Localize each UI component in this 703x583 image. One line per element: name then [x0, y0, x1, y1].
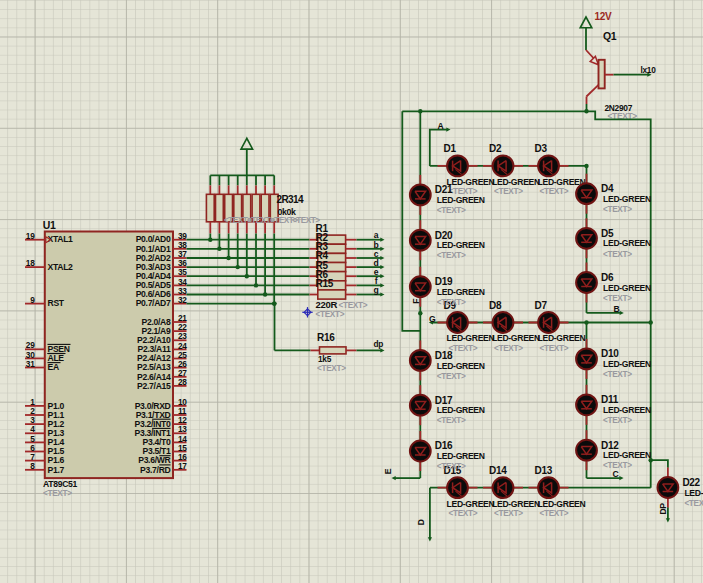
svg-text:DP: DP [658, 503, 668, 515]
svg-text:A: A [438, 121, 444, 131]
svg-text:D22: D22 [682, 477, 700, 488]
svg-text:D1: D1 [444, 143, 457, 154]
svg-text:R15: R15 [316, 278, 334, 289]
svg-text:31: 31 [26, 359, 35, 369]
svg-text:8: 8 [30, 461, 35, 471]
svg-text:<TEXT>: <TEXT> [449, 344, 478, 353]
svg-text:lx10: lx10 [641, 65, 657, 75]
svg-text:32: 32 [178, 295, 187, 305]
svg-text:19: 19 [26, 231, 35, 241]
svg-text:<TEXT>: <TEXT> [540, 509, 569, 518]
svg-text:D14: D14 [489, 465, 507, 476]
svg-text:LED-GREEN: LED-GREEN [538, 177, 586, 187]
svg-text:<TEXT>: <TEXT> [684, 499, 703, 508]
svg-text:<TEXT>: <TEXT> [43, 489, 72, 498]
svg-text:D17: D17 [435, 395, 453, 406]
svg-text:LED-GREEN: LED-GREEN [437, 451, 485, 461]
svg-text:XTAL2: XTAL2 [48, 262, 74, 272]
svg-text:<TEXT>: <TEXT> [540, 344, 569, 353]
svg-text:D21: D21 [435, 184, 453, 195]
svg-text:<TEXT>: <TEXT> [437, 416, 466, 425]
svg-text:U1: U1 [43, 219, 56, 231]
svg-text:1k5: 1k5 [318, 354, 332, 364]
svg-text:D3: D3 [535, 143, 548, 154]
svg-text:220R: 220R [316, 299, 338, 310]
svg-text:P3.7/RD: P3.7/RD [140, 465, 170, 475]
svg-text:<TEXT>: <TEXT> [437, 298, 466, 307]
svg-text:<TEXT>: <TEXT> [494, 187, 523, 196]
svg-text:EA: EA [48, 362, 59, 372]
svg-text:D18: D18 [435, 350, 453, 361]
svg-text:9: 9 [30, 295, 35, 305]
svg-text:<TEXT>: <TEXT> [603, 294, 632, 303]
svg-text:D20: D20 [435, 230, 453, 241]
svg-text:B: B [614, 304, 620, 314]
svg-text:P0.7/AD7: P0.7/AD7 [136, 298, 171, 308]
svg-text:D16: D16 [435, 440, 453, 451]
svg-text:<TEXT>: <TEXT> [437, 251, 466, 260]
svg-text:0k0k: 0k0k [278, 207, 296, 217]
svg-text:LED-GREEN: LED-GREEN [447, 499, 495, 509]
svg-text:E: E [383, 468, 393, 474]
svg-text:LED-GREEN: LED-GREEN [492, 333, 540, 343]
svg-text:D11: D11 [601, 394, 619, 405]
svg-text:<TEXT>: <TEXT> [603, 250, 632, 259]
svg-text:<TEXT>: <TEXT> [449, 509, 478, 518]
svg-text:<TEXT>: <TEXT> [494, 509, 523, 518]
svg-text:D19: D19 [435, 276, 453, 287]
svg-text:<TEXT>: <TEXT> [603, 461, 632, 470]
svg-text:<TEXT>: <TEXT> [437, 206, 466, 215]
svg-text:LED-GREEN: LED-GREEN [538, 499, 586, 509]
svg-text:<TEXT>: <TEXT> [494, 344, 523, 353]
svg-text:18: 18 [26, 258, 35, 268]
svg-text:D: D [416, 519, 426, 525]
svg-text:LED-GREEN: LED-GREEN [603, 194, 651, 204]
svg-text:P1.7: P1.7 [48, 465, 65, 475]
svg-text:D13: D13 [535, 465, 553, 476]
svg-text:R16: R16 [317, 332, 335, 343]
svg-text:<TEXT>: <TEXT> [339, 301, 368, 310]
svg-text:<TEXT>: <TEXT> [540, 187, 569, 196]
svg-text:LED-GREEN: LED-GREEN [538, 333, 586, 343]
svg-text:LED-GREEN: LED-GREEN [603, 283, 651, 293]
svg-text:D10: D10 [601, 348, 619, 359]
svg-text:dp: dp [374, 339, 384, 349]
svg-text:LED-GREEN: LED-GREEN [437, 240, 485, 250]
svg-text:AT89C51: AT89C51 [43, 479, 78, 489]
svg-text:Q1: Q1 [603, 30, 617, 42]
svg-text:LED-GREEN: LED-GREEN [437, 195, 485, 205]
svg-text:LED-GREEN: LED-GREEN [437, 361, 485, 371]
svg-text:LED-GREEN: LED-GREEN [603, 359, 651, 369]
svg-text:LED-GREEN: LED-GREEN [437, 405, 485, 415]
svg-text:G: G [429, 314, 436, 324]
svg-text:LED-GREEN: LED-GREEN [437, 287, 485, 297]
svg-text:LED-GREEN: LED-GREEN [447, 177, 495, 187]
svg-text:D2: D2 [489, 143, 502, 154]
svg-text:<TEXT>: <TEXT> [603, 205, 632, 214]
svg-text:LED-GREEN: LED-GREEN [492, 177, 540, 187]
svg-text:<TEXT>: <TEXT> [437, 462, 466, 471]
svg-text:D12: D12 [601, 440, 619, 451]
svg-text:12V: 12V [595, 11, 613, 22]
svg-text:<TEXT>: <TEXT> [317, 364, 346, 373]
svg-text:<TEXT>: <TEXT> [603, 370, 632, 379]
svg-text:<TEXT>: <TEXT> [437, 372, 466, 381]
svg-text:P2.7/A15: P2.7/A15 [137, 381, 171, 391]
svg-text:LED-GREEN: LED-GREEN [603, 450, 651, 460]
svg-text:LED-GREEN: LED-GREEN [447, 333, 495, 343]
svg-text:LED-GREEN: LED-GREEN [492, 499, 540, 509]
svg-text:g: g [374, 285, 379, 295]
svg-text:LED-GREEN: LED-GREEN [684, 488, 703, 498]
svg-text:D5: D5 [601, 228, 614, 239]
svg-text:28: 28 [178, 377, 187, 387]
svg-text:LED-GREEN: LED-GREEN [603, 405, 651, 415]
svg-text:<TEXT>: <TEXT> [603, 416, 632, 425]
svg-text:F: F [411, 299, 421, 304]
svg-text:D8: D8 [489, 300, 502, 311]
svg-text:D6: D6 [601, 272, 614, 283]
svg-text:D4: D4 [601, 183, 614, 194]
svg-text:RST: RST [48, 298, 65, 308]
svg-text:D7: D7 [535, 300, 548, 311]
svg-text:LED-GREEN: LED-GREEN [603, 238, 651, 248]
svg-text:<TEXT>: <TEXT> [316, 310, 345, 319]
